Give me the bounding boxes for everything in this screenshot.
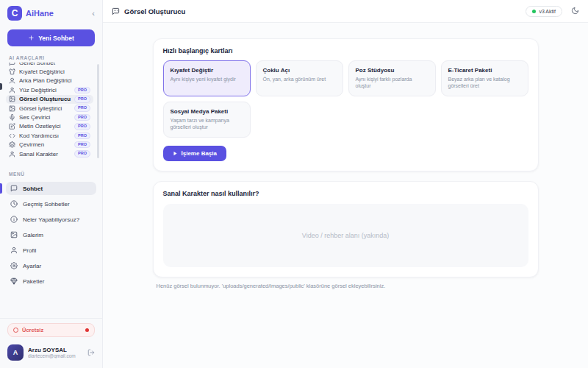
moon-icon bbox=[571, 7, 579, 15]
tools-scrollbar[interactable] bbox=[97, 64, 99, 158]
sidebar-footer: Ücretsiz A Arzu SOYSAL diartecem@gmail.c… bbox=[0, 318, 102, 368]
sidebar-item-label: Görsel Oluşturucu bbox=[19, 96, 71, 102]
status-dot-icon bbox=[85, 328, 89, 332]
sidebar-item-sanal-karakter[interactable]: Sanal Karakter PRO bbox=[6, 149, 93, 158]
gear-icon bbox=[10, 262, 18, 269]
menu-item-label: Ayarlar bbox=[23, 263, 41, 269]
menu-section-label: MENÜ bbox=[9, 171, 93, 177]
guide-title: Sanal Karakter nasıl kullanılır? bbox=[163, 190, 528, 197]
card-eticaret-paketi[interactable]: E-Ticaret Paketi Beyaz arka plan ve kata… bbox=[441, 60, 528, 96]
card-desc: Beyaz arka plan ve katalog görselleri ür… bbox=[448, 76, 521, 90]
sidebar-item-metin-ozetleyici[interactable]: Metin Özetleyici PRO bbox=[6, 122, 93, 131]
sidebar-item-yuz-degistirici[interactable]: Yüz Değiştirici PRO bbox=[6, 85, 93, 94]
chat-icon bbox=[9, 63, 15, 66]
pro-badge: PRO bbox=[74, 141, 90, 149]
info-icon bbox=[10, 216, 18, 223]
content: Hızlı başlangıç kartları Kıyafet Değişti… bbox=[103, 23, 588, 368]
main-area: Görsel Oluşturucu v3 Aktif Hızlı başlang… bbox=[103, 0, 588, 368]
card-sosyal-medya-paketi[interactable]: Sosyal Medya Paketi Yaşam tarzı ve kampa… bbox=[163, 102, 251, 138]
card-poz-studyosu[interactable]: Poz Stüdyosu Aynı kişiyi farklı pozlarda… bbox=[348, 60, 436, 96]
menu-item-label: Profil bbox=[23, 247, 36, 254]
sidebar-item-sohbet[interactable]: Sohbet bbox=[0, 181, 102, 196]
sidebar-item-gorsel-iyilestirici[interactable]: Görsel İyileştirici PRO bbox=[6, 104, 93, 113]
menu-item-label: Geçmiş Sohbetler bbox=[23, 201, 70, 208]
sidebar-item-cevirmen[interactable]: Çevirmen PRO bbox=[6, 141, 93, 149]
sidebar-item-label: Yüz Değiştirici bbox=[19, 87, 71, 93]
sidebar: C AiHane ‹ Yeni Sohbet AI ARAÇLARI Genel… bbox=[0, 0, 103, 368]
layers-icon bbox=[9, 141, 15, 148]
video-placeholder: Video / rehber alanı (yakında) bbox=[163, 204, 528, 267]
sidebar-item-galerim[interactable]: Galerim bbox=[0, 227, 102, 242]
user-icon bbox=[10, 247, 18, 254]
sidebar-item-arka-plan-degistirici[interactable]: Arka Plan Değiştirici bbox=[6, 77, 93, 85]
image-icon bbox=[9, 105, 15, 112]
plan-badge[interactable]: Ücretsiz bbox=[7, 323, 95, 337]
sidebar-item-paketler[interactable]: Paketler bbox=[0, 274, 102, 289]
new-chat-button[interactable]: Yeni Sohbet bbox=[7, 29, 95, 46]
card-title: Sosyal Medya Paketi bbox=[171, 108, 243, 115]
sidebar-item-label: Metin Özetleyici bbox=[19, 123, 71, 130]
play-icon bbox=[173, 151, 178, 156]
pro-badge: PRO bbox=[74, 96, 90, 103]
card-coklu-aci[interactable]: Çoklu Açı Ön, yan, arka görünüm üret bbox=[256, 60, 343, 96]
sidebar-item-ayarlar[interactable]: Ayarlar bbox=[0, 258, 102, 273]
card-title: E-Ticaret Paketi bbox=[448, 67, 521, 74]
plus-icon bbox=[28, 35, 35, 41]
background-icon bbox=[9, 77, 15, 84]
menu-list: Sohbet Geçmiş Sohbetler Neler Yapabiliyo… bbox=[0, 180, 102, 289]
sidebar-item-ses-cevirici[interactable]: Ses Çevirici PRO bbox=[6, 113, 93, 121]
new-chat-label: Yeni Sohbet bbox=[38, 35, 74, 42]
menu-item-label: Neler Yapabiliyorsuz? bbox=[23, 216, 79, 223]
card-desc: Yaşam tarzı ve kampanya görselleri oluşt… bbox=[171, 117, 243, 131]
app-logo-icon: C bbox=[7, 6, 22, 21]
card-title: Çoklu Açı bbox=[263, 67, 336, 74]
video-placeholder-label: Video / rehber alanı (yakında) bbox=[302, 232, 389, 239]
sidebar-item-gecmis-sohbetler[interactable]: Geçmiş Sohbetler bbox=[0, 197, 102, 211]
card-kiyafet-degistir[interactable]: Kıyafet Değiştir Aynı kişiye yeni kıyafe… bbox=[163, 60, 251, 96]
edit-icon bbox=[9, 123, 15, 130]
version-badge: v3 Aktif bbox=[526, 6, 562, 17]
start-processing-label: İşleme Başla bbox=[182, 150, 217, 157]
theme-toggle-button[interactable] bbox=[571, 6, 579, 17]
sidebar-item-label: Çevirmen bbox=[19, 141, 71, 148]
plan-badge-label: Ücretsiz bbox=[22, 327, 43, 333]
sidebar-item-label: Kıyafet Değiştirici bbox=[19, 68, 90, 75]
sidebar-item-kiyafet-degistirici[interactable]: Kıyafet Değiştirici bbox=[6, 67, 93, 76]
sidebar-item-label: Ses Çevirici bbox=[19, 114, 71, 121]
quick-cards-grid: Kıyafet Değiştir Aynı kişiye yeni kıyafe… bbox=[163, 60, 528, 138]
menu-item-label: Galerim bbox=[23, 232, 43, 238]
brand-name: AiHane bbox=[26, 9, 88, 18]
active-tool-marker bbox=[0, 83, 2, 90]
sidebar-item-label: Kod Yardımcısı bbox=[19, 132, 71, 139]
start-processing-button[interactable]: İşleme Başla bbox=[163, 146, 226, 161]
shirt-icon bbox=[9, 68, 15, 75]
menu-item-label: Paketler bbox=[23, 278, 44, 285]
pro-badge: PRO bbox=[74, 105, 90, 112]
card-desc: Ön, yan, arka görünüm üret bbox=[263, 76, 336, 82]
topbar: Görsel Oluşturucu v3 Aktif bbox=[103, 0, 588, 23]
sidebar-item-neler-yapabiliyorsuz[interactable]: Neler Yapabiliyorsuz? bbox=[0, 212, 102, 227]
logo-row: C AiHane ‹ bbox=[0, 0, 102, 25]
pro-badge: PRO bbox=[74, 150, 90, 158]
sidebar-item-profil[interactable]: Profil bbox=[0, 243, 102, 258]
pro-badge: PRO bbox=[74, 114, 90, 121]
sidebar-item-kod-yardimcisi[interactable]: Kod Yardımcısı PRO bbox=[6, 131, 93, 140]
user-name: Arzu SOYSAL bbox=[28, 347, 83, 353]
logout-button[interactable] bbox=[87, 347, 95, 358]
card-desc: Aynı kişiyi farklı pozlarda oluştur bbox=[356, 76, 429, 90]
tools-list: Genel Sohbet Kıyafet Değiştirici Arka Pl… bbox=[6, 63, 99, 163]
sidebar-item-gorsel-olusturucu[interactable]: Görsel Oluşturucu PRO bbox=[6, 95, 93, 104]
page-title: Görsel Oluşturucu bbox=[124, 7, 521, 15]
card-desc: Aynı kişiye yeni kıyafet giydir bbox=[171, 76, 243, 82]
sidebar-item-label: Arka Plan Değiştirici bbox=[19, 77, 90, 84]
sidebar-collapse-button[interactable]: ‹ bbox=[92, 10, 95, 18]
sidebar-item-label: Görsel İyileştirici bbox=[19, 105, 71, 112]
sidebar-item-label: Sanal Karakter bbox=[19, 151, 71, 158]
chat-icon bbox=[112, 7, 120, 15]
quick-start-title: Hızlı başlangıç kartları bbox=[163, 47, 528, 54]
logout-icon bbox=[87, 349, 95, 356]
clock-icon bbox=[10, 200, 18, 208]
code-icon bbox=[9, 132, 15, 139]
menu-item-label: Sohbet bbox=[23, 185, 43, 192]
image-icon bbox=[10, 231, 18, 238]
